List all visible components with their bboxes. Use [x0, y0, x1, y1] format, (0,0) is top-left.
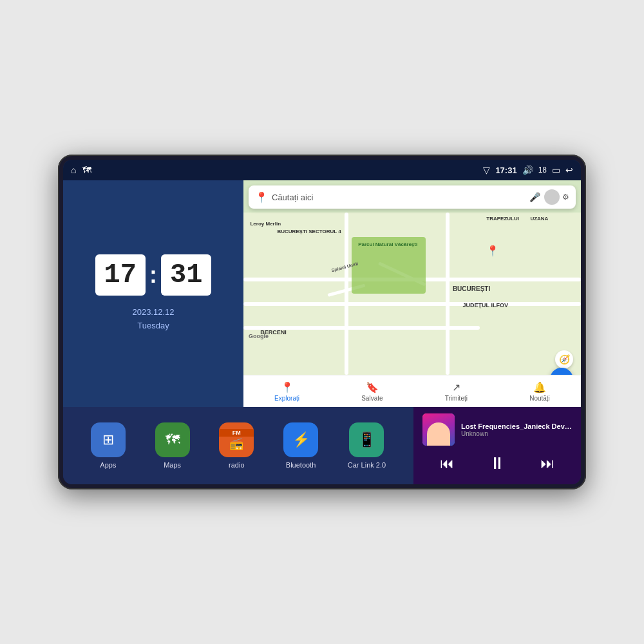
map-label-uzana: UZANA: [530, 216, 548, 222]
map-nav-send-label: Trimiteți: [445, 395, 468, 402]
bluetooth-icon[interactable]: ⚡: [283, 422, 318, 457]
back-icon[interactable]: ↩: [565, 165, 573, 175]
map-widget[interactable]: 📍 Căutați aici 🎤 ⚙: [243, 180, 581, 407]
clock-hour: 17: [95, 254, 146, 296]
map-nav-saved-label: Salvate: [361, 395, 383, 402]
car-display-device: ⌂ 🗺 ▽ 17:31 🔊 18 ▭ ↩ 17 :: [58, 155, 586, 489]
music-prev-button[interactable]: ⏮: [435, 453, 459, 475]
map-search-input[interactable]: Căutați aici: [272, 193, 526, 202]
music-album-face: [427, 422, 450, 446]
map-nav-news-label: Noutăți: [529, 395, 550, 402]
music-album-art-inner: [422, 413, 455, 446]
music-artist: Unknown: [461, 430, 572, 437]
maps-icon[interactable]: 🗺: [155, 422, 190, 457]
road-vertical-1: [345, 213, 348, 375]
map-label-trapezului: TRAPEZULUI: [486, 216, 519, 222]
map-nav-saved-icon: 🔖: [366, 381, 379, 393]
map-label-leroy: Leroy Merlin: [250, 221, 281, 227]
map-background: Parcul Natural Văcărești Leroy Merlin BU…: [243, 213, 581, 375]
road-horizontal-2: [243, 302, 581, 306]
battery-level: 18: [538, 166, 547, 175]
carlink-icon[interactable]: 📱: [349, 422, 384, 457]
app-item-apps[interactable]: ⊞ Apps: [91, 422, 126, 469]
radio-icon-glyph: 📻: [229, 437, 243, 451]
map-nav-explore[interactable]: 📍 Explorați: [274, 381, 299, 402]
status-right: ▽ 17:31 🔊 18 ▭ ↩: [483, 165, 573, 175]
road-vertical-2: [446, 213, 450, 375]
map-location-pin: 📍: [486, 245, 499, 257]
home-icon[interactable]: ⌂: [71, 165, 76, 175]
map-nav-news-icon: 🔔: [533, 381, 546, 393]
map-settings-icon[interactable]: ⚙: [562, 193, 569, 202]
maps-label: Maps: [164, 461, 181, 469]
status-left: ⌂ 🗺: [71, 165, 91, 175]
carlink-icon-glyph: 📱: [358, 431, 375, 448]
device-screen: ⌂ 🗺 ▽ 17:31 🔊 18 ▭ ↩ 17 :: [63, 160, 581, 484]
map-label-ilfov: JUDEȚUL ILFOV: [463, 302, 508, 308]
music-details: Lost Frequencies_Janieck Devy-... Unknow…: [461, 422, 572, 437]
clock-colon: :: [149, 263, 157, 287]
volume-icon[interactable]: 🔊: [522, 165, 533, 175]
music-next-button[interactable]: ⏭: [535, 453, 560, 475]
map-nav-saved[interactable]: 🔖 Salvate: [361, 381, 383, 402]
maps-icon-glyph: 🗺: [166, 431, 180, 448]
top-section: 17 : 31 2023.12.12 Tuesday 📍 Căutați aic…: [63, 180, 581, 407]
status-bar: ⌂ 🗺 ▽ 17:31 🔊 18 ▭ ↩: [63, 160, 581, 180]
map-nav-explore-label: Explorați: [274, 395, 299, 402]
map-pin-icon: 📍: [255, 191, 268, 204]
map-nav-explore-icon: 📍: [281, 381, 294, 393]
clock-day-value: Tuesday: [132, 319, 174, 333]
music-info: Lost Frequencies_Janieck Devy-... Unknow…: [422, 413, 572, 446]
app-dock: ⊞ Apps 🗺 Maps FM 📻: [63, 407, 413, 484]
maps-shortcut-icon[interactable]: 🗺: [82, 165, 91, 175]
app-item-maps[interactable]: 🗺 Maps: [155, 422, 190, 469]
map-label-sector: BUCUREȘTI SECTORUL 4: [277, 229, 341, 234]
app-item-radio[interactable]: FM 📻 radio: [219, 422, 254, 469]
main-content: 17 : 31 2023.12.12 Tuesday 📍 Căutați aic…: [63, 180, 581, 484]
map-label-bucuresti: BUCUREȘTI: [453, 285, 490, 292]
clock-date: 2023.12.12 Tuesday: [132, 306, 174, 333]
battery-icon: ▭: [552, 165, 560, 175]
map-user-avatar[interactable]: [544, 189, 560, 205]
bluetooth-icon-glyph: ⚡: [292, 431, 310, 448]
clock-minute: 31: [161, 254, 211, 296]
google-watermark: Google: [249, 333, 269, 339]
apps-label: Apps: [100, 461, 116, 469]
map-label-parcul: Parcul Natural Văcărești: [358, 242, 417, 247]
bluetooth-label: Bluetooth: [286, 461, 316, 469]
map-nav-send[interactable]: ↗ Trimiteți: [445, 381, 468, 402]
music-player: Lost Frequencies_Janieck Devy-... Unknow…: [413, 407, 581, 484]
map-bottom-nav: 📍 Explorați 🔖 Salvate ↗ Trimiteți 🔔: [243, 375, 581, 407]
music-controls: ⏮ ⏸ ⏭: [422, 451, 572, 476]
apps-icon-glyph: ⊞: [102, 431, 114, 448]
carlink-label: Car Link 2.0: [348, 461, 386, 469]
map-search-bar[interactable]: 📍 Căutați aici 🎤 ⚙: [249, 185, 576, 209]
radio-icon[interactable]: FM 📻: [219, 422, 254, 457]
app-item-bluetooth[interactable]: ⚡ Bluetooth: [283, 422, 318, 469]
clock-display: 17 : 31: [95, 254, 212, 296]
radio-label: radio: [229, 461, 244, 469]
music-title: Lost Frequencies_Janieck Devy-...: [461, 422, 572, 430]
apps-icon[interactable]: ⊞: [91, 422, 126, 457]
music-album-art: [422, 413, 455, 446]
map-compass-button[interactable]: 🧭: [555, 350, 573, 368]
music-play-button[interactable]: ⏸: [484, 451, 511, 476]
signal-icon: ▽: [483, 165, 490, 175]
map-mic-icon[interactable]: 🎤: [529, 192, 540, 202]
bottom-section: ⊞ Apps 🗺 Maps FM 📻: [63, 407, 581, 484]
status-time: 17:31: [495, 166, 516, 175]
clock-date-value: 2023.12.12: [132, 306, 174, 319]
map-nav-news[interactable]: 🔔 Noutăți: [529, 381, 550, 402]
app-item-carlink[interactable]: 📱 Car Link 2.0: [348, 422, 386, 469]
fm-badge: FM: [219, 429, 254, 437]
clock-widget: 17 : 31 2023.12.12 Tuesday: [63, 180, 243, 407]
map-nav-send-icon: ↗: [452, 381, 460, 393]
